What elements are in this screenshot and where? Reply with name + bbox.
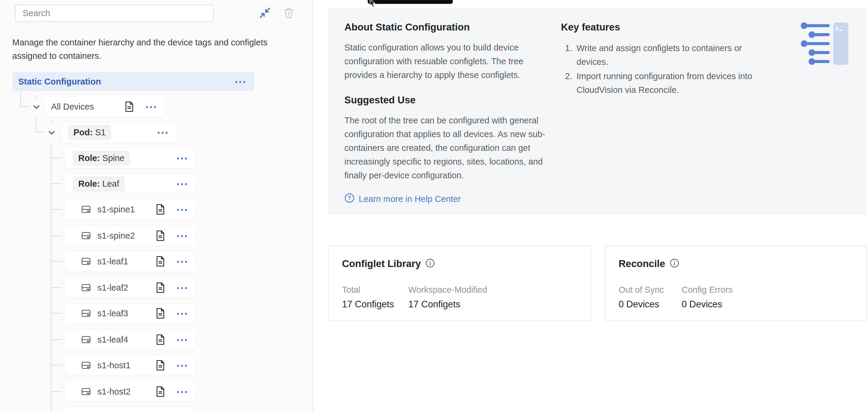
tree-connector — [51, 287, 62, 288]
stat-value: 17 Configets — [408, 299, 487, 310]
tree-connector — [51, 261, 62, 262]
tree-connector — [51, 339, 62, 340]
stat-workspace-modified: Workspace-Modified 17 Configets — [408, 285, 487, 310]
tree-connector — [51, 183, 62, 184]
node-menu-button[interactable]: ⋯ — [145, 104, 157, 109]
feature-item: Import running configuration from device… — [575, 69, 770, 97]
stat-value: 17 Configets — [342, 299, 394, 310]
node-menu-button[interactable]: ⋯ — [234, 78, 246, 85]
tree-node-device[interactable]: s1-leaf3 ⋯ — [64, 303, 196, 324]
configlet-document-icon[interactable] — [156, 282, 165, 293]
node-menu-button[interactable]: ⋯ — [176, 362, 188, 368]
tree-node-label: Static Configuration — [18, 77, 234, 87]
tree-node-device[interactable]: s1-leaf4 ⋯ — [64, 329, 196, 350]
stat-label: Config Errors — [682, 285, 733, 295]
help-question-icon: ? — [344, 193, 354, 205]
container-hierarchy-sidebar: Manage the container hierarchy and the d… — [0, 0, 313, 411]
configlet-library-card: Configlet Library Total 17 Configets Wor… — [328, 246, 591, 321]
node-menu-button[interactable]: ⋯ — [156, 129, 169, 135]
switch-device-icon — [81, 386, 91, 397]
info-icon[interactable] — [425, 258, 435, 269]
pod-tag: Pod: S1 — [68, 125, 111, 140]
suggested-use-title: Suggested Use — [344, 94, 548, 106]
node-menu-button[interactable]: ⋯ — [176, 233, 188, 239]
tooltip-remnant — [368, 0, 453, 4]
tree-connector — [36, 94, 36, 99]
about-body: Static configuration allows you to build… — [344, 41, 548, 82]
tree-connector — [51, 143, 51, 411]
device-name: s1-leaf4 — [97, 335, 128, 345]
tree-node-label: All Devices — [51, 102, 94, 112]
switch-device-icon — [81, 308, 91, 319]
tree-node-static-configuration[interactable]: Static Configuration ⋯ — [12, 72, 254, 91]
switch-device-icon — [81, 204, 91, 215]
search-input[interactable] — [15, 4, 214, 22]
collapse-all-button[interactable] — [257, 6, 272, 21]
tree-connector — [51, 391, 62, 392]
configlet-document-icon[interactable] — [156, 386, 165, 397]
device-name: s1-leaf2 — [97, 283, 128, 293]
node-menu-button[interactable]: ⋯ — [176, 181, 188, 187]
device-name: s1-leaf3 — [97, 309, 128, 318]
tree-node-all-devices[interactable]: All Devices ⋯ — [44, 96, 165, 117]
tree-connector — [51, 365, 62, 366]
node-menu-button[interactable]: ⋯ — [176, 207, 188, 212]
tree-connector — [51, 158, 62, 158]
stat-out-of-sync: Out of Sync 0 Devices — [619, 285, 667, 310]
tree-node-device[interactable]: s1-spine1 ⋯ — [64, 199, 196, 220]
configlet-document-icon[interactable] — [156, 308, 165, 319]
configlet-document-icon[interactable] — [156, 360, 165, 371]
tree-connector — [51, 235, 62, 236]
configlet-document-icon[interactable] — [156, 204, 165, 215]
node-menu-button[interactable]: ⋯ — [176, 337, 188, 343]
tree-node-device[interactable]: s1-leaf2 ⋯ — [64, 277, 196, 298]
tree-connector — [51, 209, 62, 210]
device-name: s1-spine1 — [97, 204, 135, 215]
reconcile-card: Reconcile Out of Sync 0 Devices Config E… — [604, 246, 867, 321]
info-icon[interactable] — [670, 258, 679, 269]
cloudvision-network-provisioning-page: Manage the container hierarchy and the d… — [0, 0, 868, 411]
configlet-document-icon[interactable] — [156, 256, 165, 267]
stat-total: Total 17 Configets — [342, 285, 394, 310]
device-name: s1-host2 — [97, 387, 130, 397]
node-menu-button[interactable]: ⋯ — [176, 389, 188, 394]
configlet-document-icon[interactable] — [125, 101, 134, 112]
tree-node-role-leaf[interactable]: Role: Leaf ⋯ — [64, 173, 196, 194]
role-tag: Role: Leaf — [73, 176, 125, 191]
about-static-configuration-panel: About Static Configuration Static config… — [328, 8, 867, 215]
tree-node-device[interactable]: s1-host2 ⋯ — [64, 381, 196, 402]
tree-node-device[interactable]: s1-leaf1 ⋯ — [64, 251, 196, 272]
device-name: s1-leaf1 — [97, 257, 128, 266]
key-features-list: Write and assign configlets to container… — [561, 41, 770, 97]
switch-device-icon — [81, 360, 91, 371]
tree-node-device[interactable]: s1-host1 ⋯ — [64, 355, 196, 376]
stat-label: Out of Sync — [619, 285, 667, 295]
configlet-illustration-icon — [801, 22, 848, 68]
chevron-down-icon[interactable] — [46, 127, 57, 138]
reconcile-title: Reconcile — [619, 258, 665, 270]
tree-node-role-spine[interactable]: Role: Spine ⋯ — [64, 148, 196, 168]
configlet-document-icon[interactable] — [156, 230, 165, 241]
configlet-library-title: Configlet Library — [342, 258, 421, 270]
switch-device-icon — [81, 256, 91, 267]
static-configuration-main: About Static Configuration Static config… — [314, 0, 868, 411]
tree-connector — [36, 117, 45, 132]
node-menu-button[interactable]: ⋯ — [176, 310, 188, 316]
configlet-document-icon[interactable] — [156, 334, 165, 345]
node-menu-button[interactable]: ⋯ — [176, 258, 188, 264]
node-menu-button[interactable]: ⋯ — [176, 155, 188, 161]
chevron-down-icon[interactable] — [31, 101, 42, 112]
tree-node-pod-s1[interactable]: Pod: S1 ⋯ — [61, 122, 177, 143]
sidebar-description: Manage the container hierarchy and the d… — [12, 36, 281, 63]
key-features-title: Key features — [561, 22, 770, 33]
node-menu-button[interactable]: ⋯ — [176, 285, 188, 291]
help-center-link[interactable]: ? Learn more in Help Center — [344, 193, 548, 205]
about-title: About Static Configuration — [344, 22, 548, 33]
stat-value: 0 Devices — [682, 299, 733, 310]
switch-device-icon — [81, 334, 91, 345]
trash-icon — [282, 6, 296, 21]
stat-value: 0 Devices — [619, 299, 667, 310]
role-tag: Role: Spine — [73, 151, 130, 166]
delete-button[interactable] — [281, 6, 296, 21]
tree-node-device[interactable]: s1-spine2 ⋯ — [64, 225, 196, 246]
